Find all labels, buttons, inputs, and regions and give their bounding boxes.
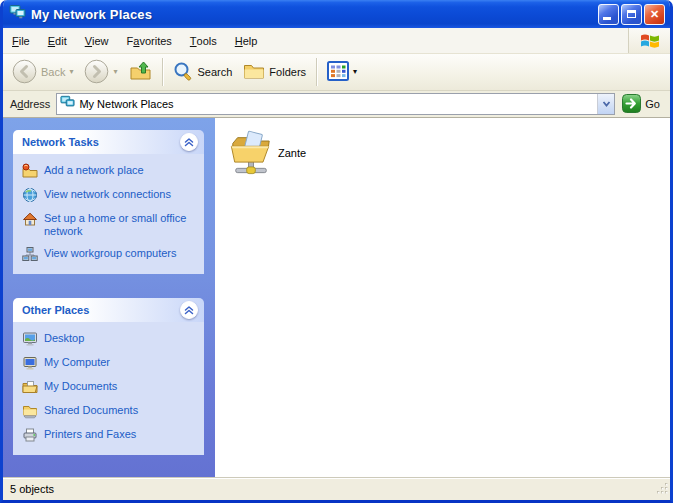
minimize-button[interactable] — [598, 4, 619, 25]
toolbar: Back ▾ ▾ — [3, 54, 670, 91]
address-bar: Address My Network Places — [3, 91, 670, 118]
menu-view[interactable]: View — [76, 28, 118, 53]
my-documents-icon — [22, 379, 38, 395]
home-network-icon — [22, 211, 38, 227]
other-places-header[interactable]: Other Places — [13, 298, 204, 322]
forward-button[interactable]: ▾ — [79, 56, 122, 88]
forward-icon — [84, 59, 109, 86]
place-my-documents[interactable]: My Documents — [22, 379, 200, 395]
views-icon — [327, 61, 349, 83]
folders-button[interactable]: Folders — [238, 56, 311, 88]
panel-title: Network Tasks — [22, 136, 180, 148]
search-label: Search — [198, 66, 233, 78]
maximize-button[interactable] — [621, 4, 642, 25]
printer-icon — [22, 427, 38, 443]
my-computer-icon — [22, 355, 38, 371]
toolbar-separator — [162, 58, 163, 86]
forward-dropdown-icon: ▾ — [113, 68, 117, 76]
task-view-network-connections[interactable]: View network connections — [22, 187, 200, 203]
folders-icon — [243, 62, 265, 82]
task-add-network-place[interactable]: Add a network place — [22, 163, 200, 179]
add-network-place-icon — [22, 163, 38, 179]
menu-file[interactable]: File — [3, 28, 39, 53]
shared-documents-icon — [22, 403, 38, 419]
address-input[interactable]: My Network Places — [56, 93, 615, 115]
up-folder-icon — [129, 60, 152, 84]
chevron-double-up-icon — [184, 306, 194, 315]
title-bar[interactable]: My Network Places ✕ — [3, 0, 670, 28]
minimize-icon — [603, 17, 611, 20]
window-title: My Network Places — [31, 7, 593, 22]
back-label: Back — [41, 66, 65, 78]
chevron-double-up-icon — [184, 138, 194, 147]
network-connections-icon — [22, 187, 38, 203]
menu-favorites[interactable]: Favorites — [118, 28, 181, 53]
search-icon — [173, 61, 194, 84]
my-network-places-icon — [60, 95, 75, 113]
views-button[interactable]: ▾ — [322, 56, 362, 88]
place-printers-and-faxes[interactable]: Printers and Faxes — [22, 427, 200, 443]
go-label: Go — [645, 98, 660, 110]
menu-tools[interactable]: Tools — [181, 28, 226, 53]
workgroup-computers-icon — [22, 246, 38, 262]
address-label: Address — [10, 98, 50, 110]
my-network-places-window: My Network Places ✕ File Edit View Favor… — [0, 0, 673, 503]
task-pane-sidebar: Network Tasks Add a network place — [3, 118, 215, 477]
back-icon — [12, 59, 37, 86]
search-button[interactable]: Search — [168, 56, 238, 88]
status-bar: 5 objects — [3, 477, 670, 500]
close-button[interactable]: ✕ — [644, 4, 665, 25]
resize-grip[interactable] — [656, 481, 669, 499]
desktop-icon — [22, 331, 38, 347]
maximize-icon — [627, 10, 636, 18]
other-places-panel: Other Places Desktop — [13, 298, 204, 455]
network-place-item-zante[interactable]: Zante — [228, 130, 378, 176]
network-tasks-header[interactable]: Network Tasks — [13, 130, 204, 154]
task-view-workgroup-computers[interactable]: View workgroup computers — [22, 246, 200, 262]
place-shared-documents[interactable]: Shared Documents — [22, 403, 200, 419]
place-desktop[interactable]: Desktop — [22, 331, 200, 347]
close-icon: ✕ — [650, 9, 659, 20]
menu-edit[interactable]: Edit — [39, 28, 76, 53]
address-dropdown-button[interactable] — [597, 94, 614, 114]
collapse-button[interactable] — [180, 133, 198, 151]
menu-bar: File Edit View Favorites Tools Help — [3, 28, 670, 54]
network-tasks-panel: Network Tasks Add a network place — [13, 130, 204, 274]
up-button[interactable] — [124, 56, 157, 88]
windows-logo-icon — [628, 28, 670, 53]
task-setup-home-network[interactable]: Set up a home or small office network — [22, 211, 200, 238]
chevron-down-icon — [602, 100, 611, 108]
menu-help[interactable]: Help — [226, 28, 267, 53]
my-network-places-icon — [9, 4, 26, 24]
object-count: 5 objects — [10, 483, 54, 495]
panel-title: Other Places — [22, 304, 180, 316]
toolbar-separator — [316, 58, 317, 86]
views-dropdown-icon: ▾ — [353, 68, 357, 76]
go-button[interactable]: Go — [615, 92, 667, 116]
back-dropdown-icon: ▾ — [69, 68, 73, 76]
place-my-computer[interactable]: My Computer — [22, 355, 200, 371]
go-icon — [622, 94, 641, 115]
collapse-button[interactable] — [180, 301, 198, 319]
folder-contents[interactable]: Zante — [215, 118, 670, 477]
address-value: My Network Places — [79, 98, 593, 110]
folders-label: Folders — [269, 66, 306, 78]
item-label: Zante — [278, 147, 306, 159]
network-folder-icon — [228, 130, 274, 176]
back-button[interactable]: Back ▾ — [7, 56, 78, 88]
